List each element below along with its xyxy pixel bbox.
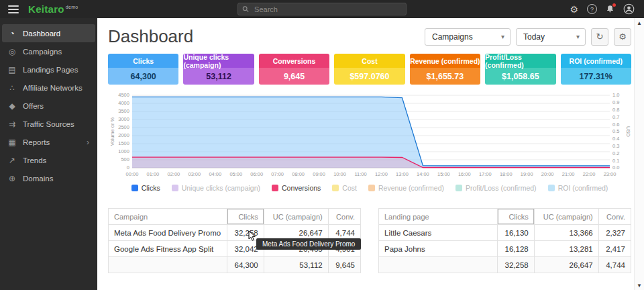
metric-card: Conversions9,645 [259,54,329,85]
chart-canvas[interactable]: 0500100015002000250030003500400045000.00… [108,91,631,180]
scroll-down-arrow-icon[interactable]: ▼ [635,281,644,290]
metric-label: Conversions [259,54,329,68]
trends-icon: ↗ [7,156,17,165]
legend-item[interactable]: Profit/Loss (confirmed) [455,184,537,192]
legend-item[interactable]: Unique clicks (campaign) [172,184,260,192]
svg-text:0.1: 0.1 [612,158,619,164]
legend-swatch [172,185,178,191]
dashboard-icon: ◔ [7,29,17,38]
svg-text:15:00: 15:00 [437,171,450,177]
sidebar-item-domains[interactable]: ⊕Domains [2,169,95,187]
column-header-uc[interactable]: UC (campaign) [534,209,598,225]
legend-swatch [332,185,339,191]
scroll-up-arrow-icon[interactable]: ▲ [635,18,644,28]
metric-card: ROI (confirmed)177.31% [561,54,631,85]
svg-text:2500: 2500 [118,124,129,130]
table-row[interactable]: Little Caesars 16,130 13,366 2,327 [379,225,631,241]
search-input[interactable] [253,5,402,14]
column-header-conv[interactable]: Conv. [328,209,360,225]
svg-text:21:00: 21:00 [562,171,575,177]
column-header-clicks[interactable]: Clicks [497,209,534,225]
sidebar-item-dashboard[interactable]: ◔Dashboard [2,24,95,42]
table-row[interactable]: Papa Johns 16,128 13,281 2,417 [379,241,631,257]
menu-icon[interactable] [8,5,19,13]
svg-text:0.7: 0.7 [612,114,619,120]
svg-text:1.0: 1.0 [612,92,619,98]
affiliate-networks-icon: ∴ [7,83,17,93]
legend-swatch [272,185,278,191]
refresh-button[interactable]: ↻ [591,28,608,46]
legend-item[interactable]: ROI (confirmed) [548,184,608,192]
column-header-clicks[interactable]: Clicks [227,209,264,225]
svg-text:16:00: 16:00 [458,171,471,177]
user-avatar-icon[interactable] [623,3,635,15]
bell-icon[interactable] [606,5,614,13]
metric-value: 177.31% [561,68,631,85]
svg-text:0.8: 0.8 [612,107,619,113]
svg-text:4000: 4000 [118,100,129,106]
date-range-select[interactable]: Today▾ [516,28,586,46]
page-scrollbar[interactable]: ▲ ▼ [634,18,644,290]
sidebar-item-reports[interactable]: ▦Reports› [2,133,95,151]
legend-item[interactable]: Clicks [131,184,160,192]
gear-icon[interactable]: ⚙ [570,5,578,14]
svg-text:00:00: 00:00 [126,171,139,177]
legend-item[interactable]: Conversions [272,184,321,192]
metric-card: Clicks64,300 [108,54,178,85]
metric-label: Clicks [108,54,178,68]
svg-text:12:00: 12:00 [375,171,388,177]
svg-text:20:00: 20:00 [541,171,554,177]
app-window: Keitarodemo ⚙ ? ◔Dashboard ◎Campaigns ▤L… [0,0,644,290]
metric-value: $597.0760 [334,68,405,85]
svg-text:Volume or %: Volume or % [109,117,115,146]
sidebar-item-trends[interactable]: ↗Trends [2,151,95,169]
metric-card: Revenue (confirmed)$1,655.73 [410,54,480,85]
svg-text:02:00: 02:00 [168,171,180,177]
svg-text:05:00: 05:00 [229,171,242,177]
metric-label: Cost [334,54,405,68]
metric-value: 9,645 [259,68,329,85]
column-header-uc[interactable]: UC (campaign) [264,209,328,225]
totals-row: 64,300 53,112 9,645 [109,257,361,273]
metric-label: ROI (confirmed) [561,54,631,68]
svg-text:11:00: 11:00 [354,171,366,177]
search-bar[interactable] [237,3,407,15]
sidebar-item-traffic-sources[interactable]: ⇉Traffic Sources [2,115,95,133]
svg-text:18:00: 18:00 [500,171,513,177]
notification-badge [612,3,616,7]
sidebar-item-offers[interactable]: ◆Offers [2,97,95,115]
topbar-actions: ⚙ ? [570,3,644,15]
row-tooltip: Meta Ads Food Delivery Promo [256,238,361,250]
dashboard-settings-button[interactable]: ⚙ [614,28,631,46]
app-logo[interactable]: Keitarodemo [28,3,78,15]
svg-text:0.6: 0.6 [612,122,619,128]
legend-swatch [548,185,555,191]
svg-text:19:00: 19:00 [521,171,533,177]
sidebar-item-landings[interactable]: ▤Landings Pages [2,60,95,79]
campaigns-icon: ◎ [7,47,17,56]
help-icon[interactable]: ? [587,4,597,14]
metric-card: Profit/Loss (confirmed)$1,058.65 [485,54,555,85]
svg-text:3500: 3500 [118,108,129,114]
legend-item[interactable]: Cost [332,184,357,192]
landing-pages-table: Landing page Clicks UC (campaign) Conv. … [378,208,631,273]
campaign-filter-select[interactable]: Campaigns▾ [425,28,511,46]
svg-text:07:00: 07:00 [271,171,284,177]
svg-text:0.0: 0.0 [612,164,619,171]
sidebar-item-campaigns[interactable]: ◎Campaigns [2,42,95,60]
column-header-landing-page[interactable]: Landing page [379,209,498,225]
page-title: Dashboard [108,26,193,47]
metric-value: $1,058.65 [485,68,555,85]
svg-text:0.4: 0.4 [612,136,619,142]
legend-item[interactable]: Revenue (confirmed) [368,184,444,192]
svg-text:08:00: 08:00 [292,171,305,177]
svg-text:14:00: 14:00 [417,171,429,177]
legend-swatch [368,185,375,191]
legend-swatch [455,185,462,191]
column-header-campaign[interactable]: Campaign [109,209,227,225]
traffic-chart[interactable]: 0500100015002000250030003500400045000.00… [108,91,631,192]
column-header-conv[interactable]: Conv. [598,209,631,225]
sidebar-item-affiliate-networks[interactable]: ∴Affiliate Networks [2,79,95,97]
svg-text:13:00: 13:00 [396,171,409,177]
svg-text:10:00: 10:00 [333,171,346,177]
